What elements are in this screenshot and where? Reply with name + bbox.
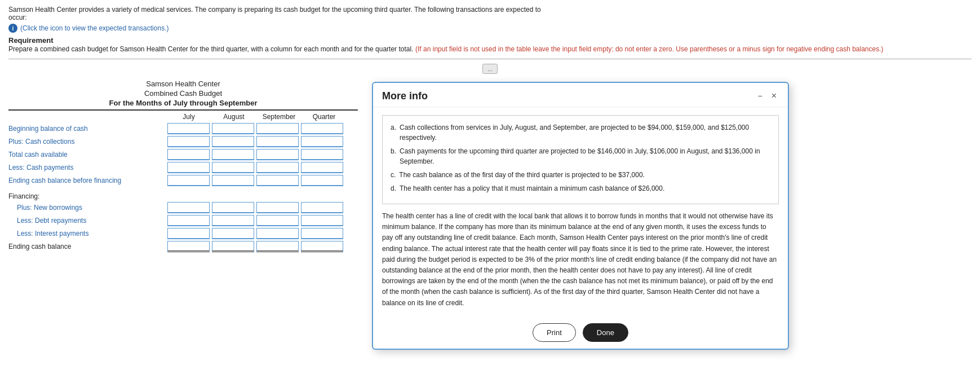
info-letter-d: d. [391, 183, 396, 194]
input-payments-quarter[interactable] [301, 162, 343, 173]
input-endingbal-quarter[interactable] [301, 241, 343, 252]
input-collections-july[interactable] [167, 136, 210, 147]
dialog-minimize-button[interactable]: − [755, 90, 764, 102]
expand-button[interactable]: ... [482, 64, 498, 74]
info-box: a. Cash collections from services in Jul… [382, 115, 779, 204]
budget-subtitle: Combined Cash Budget [8, 89, 358, 98]
input-endingbf-july[interactable] [167, 175, 210, 186]
info-text-c: The cash balance as of the first day of … [399, 170, 645, 180]
row-label-ending-balance: Ending cash balance [8, 243, 166, 250]
input-beginning-july[interactable] [167, 123, 210, 134]
input-collections-august[interactable] [212, 136, 254, 147]
dialog-title-bar: More info − × [373, 83, 788, 107]
input-endingbf-september[interactable] [256, 175, 299, 186]
row-label-cash-collections: Plus: Cash collections [8, 138, 166, 146]
row-label-total-cash: Total cash available [8, 151, 166, 159]
info-text-b: Cash payments for the upcoming third qua… [400, 146, 770, 166]
click-icon-text: (Click the icon to view the expected tra… [20, 24, 168, 32]
row-label-financing: Financing: [8, 192, 166, 200]
table-row-financing-label: Financing: [8, 192, 358, 200]
input-interest-july[interactable] [167, 228, 210, 239]
dialog-close-button[interactable]: × [769, 90, 779, 102]
input-totalcash-september[interactable] [256, 149, 299, 160]
input-payments-august[interactable] [212, 162, 254, 173]
input-debtrepay-quarter[interactable] [301, 215, 343, 226]
table-row: Less: Cash payments [8, 162, 358, 173]
info-letter-a: a. [391, 122, 396, 143]
dialog-footer: Print Done [373, 316, 788, 349]
input-beginning-august[interactable] [212, 123, 254, 134]
row-label-interest-payments: Less: Interest payments [8, 230, 166, 238]
input-beginning-quarter[interactable] [301, 123, 343, 134]
requirement-section: Requirement Prepare a combined cash budg… [8, 36, 972, 53]
info-item-d: d. The health center has a policy that i… [391, 183, 770, 194]
input-beginning-september[interactable] [256, 123, 299, 134]
info-icon[interactable]: i [8, 24, 17, 33]
expand-btn-row: ... [8, 64, 972, 74]
col-header-september: September [256, 113, 301, 121]
intro-text: Samson Health Center provides a variety … [8, 6, 549, 21]
more-info-dialog: More info − × a. Cash collections from s… [372, 82, 789, 350]
input-endingbf-quarter[interactable] [301, 175, 343, 186]
input-borrowings-quarter[interactable] [301, 202, 343, 213]
row-label-ending-before-financing: Ending cash balance before financing [8, 177, 166, 184]
input-debtrepay-september[interactable] [256, 215, 299, 226]
input-debtrepay-july[interactable] [167, 215, 210, 226]
budget-title: Samson Health Center [8, 80, 358, 88]
input-totalcash-quarter[interactable] [301, 149, 343, 160]
section-spacer [8, 188, 358, 192]
info-item-a: a. Cash collections from services in Jul… [391, 122, 770, 143]
input-endingbf-august[interactable] [212, 175, 254, 186]
row-label-cash-payments: Less: Cash payments [8, 164, 166, 171]
row-label-beginning-balance: Beginning balance of cash [8, 125, 166, 133]
table-row: Less: Interest payments [8, 228, 358, 239]
input-borrowings-july[interactable] [167, 202, 210, 213]
table-row-ending-balance: Ending cash balance [8, 241, 358, 252]
info-letter-b: b. [391, 146, 396, 166]
input-endingbal-july[interactable] [167, 241, 210, 252]
row-label-debt-repayments: Less: Debt repayments [8, 217, 166, 225]
info-item-b: b. Cash payments for the upcoming third … [391, 146, 770, 166]
input-collections-quarter[interactable] [301, 136, 343, 147]
dialog-controls: − × [755, 90, 779, 102]
info-item-c: c. The cash balance as of the first day … [391, 170, 770, 180]
input-totalcash-july[interactable] [167, 149, 210, 160]
input-interest-september[interactable] [256, 228, 299, 239]
done-button[interactable]: Done [583, 323, 628, 342]
input-collections-september[interactable] [256, 136, 299, 147]
input-interest-august[interactable] [212, 228, 254, 239]
info-text-a: Cash collections from services in July, … [400, 122, 770, 143]
input-debtrepay-august[interactable] [212, 215, 254, 226]
info-text-d: The health center has a policy that it m… [400, 183, 664, 194]
col-header-quarter: Quarter [301, 113, 347, 121]
table-row: Total cash available [8, 149, 358, 160]
input-interest-quarter[interactable] [301, 228, 343, 239]
requirement-text: Prepare a combined cash budget for Samso… [8, 45, 413, 53]
input-totalcash-august[interactable] [212, 149, 254, 160]
budget-section: Samson Health Center Combined Cash Budge… [8, 80, 358, 254]
table-row: Ending cash balance before financing [8, 175, 358, 186]
input-payments-july[interactable] [167, 162, 210, 173]
info-letter-c: c. [391, 170, 396, 180]
dialog-title: More info [382, 90, 428, 102]
requirement-note: (If an input field is not used in the ta… [415, 45, 884, 53]
print-button[interactable]: Print [533, 323, 576, 342]
input-endingbal-september[interactable] [256, 241, 299, 252]
input-borrowings-september[interactable] [256, 202, 299, 213]
col-header-july: July [166, 113, 211, 121]
divider [8, 59, 972, 59]
row-label-new-borrowings: Plus: New borrowings [8, 204, 166, 212]
col-header-august: August [211, 113, 256, 121]
dialog-extra-text: The health center has a line of credit w… [382, 211, 779, 309]
dialog-body: a. Cash collections from services in Jul… [373, 107, 788, 316]
budget-period: For the Months of July through September [8, 99, 358, 111]
table-row: Less: Debt repayments [8, 215, 358, 226]
input-payments-september[interactable] [256, 162, 299, 173]
input-endingbal-august[interactable] [212, 241, 254, 252]
table-row: Plus: New borrowings [8, 202, 358, 213]
input-borrowings-august[interactable] [212, 202, 254, 213]
table-row: Plus: Cash collections [8, 136, 358, 147]
requirement-title: Requirement [8, 36, 972, 45]
column-headers: July August September Quarter [166, 113, 358, 121]
table-row: Beginning balance of cash [8, 123, 358, 134]
